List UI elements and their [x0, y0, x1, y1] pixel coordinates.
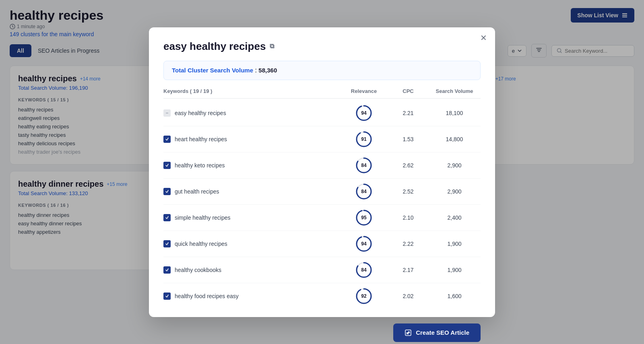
modal-dialog: ✕ easy healthy recipes ⧉ Total Cluster S…: [149, 27, 495, 317]
relevance-number: 91: [355, 130, 373, 148]
keyword-cell: gut health recipes: [163, 188, 340, 195]
relevance-cell: 94: [340, 235, 388, 253]
keyword-name: healthy keto recipes: [175, 162, 225, 169]
cpc-cell: 2.10: [388, 214, 428, 221]
create-seo-button[interactable]: Create SEO Article: [393, 323, 481, 342]
keyword-cell: quick healthy recipes: [163, 240, 340, 247]
total-volume-label: Total Cluster Search Volume: [172, 67, 253, 74]
keyword-cell: simple healthy recipes: [163, 214, 340, 221]
cpc-header: CPC: [388, 88, 428, 94]
relevance-cell: 91: [340, 130, 388, 148]
checkbox-checked[interactable]: [163, 162, 171, 169]
volume-cell: 2,900: [428, 162, 481, 169]
keyword-rows-container: easy healthy recipes 94 2.21 18,100 hear: [163, 100, 481, 309]
checkbox-checked[interactable]: [163, 214, 171, 221]
keyword-cell: heart healthy recipes: [163, 136, 340, 143]
modal-title-section: easy healthy recipes ⧉: [163, 40, 481, 53]
volume-cell: 2,900: [428, 188, 481, 195]
copy-icon[interactable]: ⧉: [270, 43, 274, 50]
volume-cell: 1,900: [428, 241, 481, 247]
relevance-number: 94: [355, 104, 373, 122]
relevance-number: 95: [355, 209, 373, 227]
checkbox-checked[interactable]: [163, 136, 171, 143]
relevance-circle: 84: [355, 183, 373, 200]
total-volume-separator: :: [255, 67, 256, 74]
relevance-number: 92: [355, 287, 373, 305]
relevance-number: 84: [355, 157, 373, 174]
relevance-circle: 91: [355, 130, 373, 148]
cpc-cell: 2.22: [388, 241, 428, 247]
table-row[interactable]: easy healthy recipes 94 2.21 18,100: [163, 100, 481, 126]
table-row[interactable]: healthy food recipes easy 92 2.02 1,600: [163, 283, 481, 309]
checkbox-disabled: [163, 109, 171, 117]
relevance-number: 94: [355, 235, 373, 253]
volume-cell: 2,400: [428, 214, 481, 221]
relevance-circle: 94: [355, 104, 373, 122]
checkbox-checked[interactable]: [163, 240, 171, 247]
keyword-name: easy healthy recipes: [175, 110, 226, 116]
relevance-circle: 92: [355, 287, 373, 305]
volume-cell: 18,100: [428, 110, 481, 116]
volume-header: Search Volume: [428, 88, 481, 94]
keyword-name: heart healthy recipes: [175, 136, 227, 142]
checkbox-checked[interactable]: [163, 266, 171, 274]
volume-cell: 14,800: [428, 136, 481, 142]
table-row[interactable]: healthy cookbooks 84 2.17 1,900: [163, 257, 481, 283]
relevance-circle: 84: [355, 157, 373, 174]
keyword-name: quick healthy recipes: [175, 241, 227, 247]
relevance-circle: 94: [355, 235, 373, 253]
modal-footer: Create SEO Article: [163, 317, 481, 342]
cpc-cell: 2.52: [388, 188, 428, 195]
keyword-name: gut health recipes: [175, 188, 219, 195]
volume-cell: 1,600: [428, 293, 481, 299]
table-row[interactable]: healthy keto recipes 84 2.62 2,900: [163, 152, 481, 179]
total-volume-bar: Total Cluster Search Volume : 58,360: [163, 61, 481, 80]
cpc-cell: 1.53: [388, 136, 428, 142]
modal-title-text: easy healthy recipes: [163, 40, 266, 53]
total-volume-value: 58,360: [258, 67, 277, 74]
relevance-header: Relevance: [340, 88, 388, 94]
keyword-cell: easy healthy recipes: [163, 109, 340, 117]
volume-cell: 1,900: [428, 267, 481, 273]
checkbox-checked[interactable]: [163, 188, 171, 195]
modal-close-button[interactable]: ✕: [480, 34, 487, 42]
keywords-header: Keywords ( 19 / 19 ): [163, 88, 340, 94]
table-header: Keywords ( 19 / 19 ) Relevance CPC Searc…: [163, 88, 481, 99]
cpc-cell: 2.17: [388, 267, 428, 273]
relevance-cell: 95: [340, 209, 388, 227]
create-seo-label: Create SEO Article: [416, 329, 469, 336]
keyword-cell: healthy cookbooks: [163, 266, 340, 274]
relevance-number: 84: [355, 183, 373, 200]
relevance-cell: 84: [340, 183, 388, 200]
keyword-name: simple healthy recipes: [175, 214, 231, 221]
relevance-cell: 84: [340, 261, 388, 279]
keyword-name: healthy food recipes easy: [175, 293, 239, 299]
table-row[interactable]: simple healthy recipes 95 2.10 2,400: [163, 205, 481, 231]
relevance-circle: 95: [355, 209, 373, 227]
relevance-cell: 92: [340, 287, 388, 305]
cpc-cell: 2.02: [388, 293, 428, 299]
keywords-table: Keywords ( 19 / 19 ) Relevance CPC Searc…: [163, 88, 481, 309]
relevance-circle: 84: [355, 261, 373, 279]
edit-icon: [405, 329, 412, 336]
cpc-cell: 2.62: [388, 162, 428, 169]
keyword-cell: healthy keto recipes: [163, 162, 340, 169]
modal-overlay: ✕ easy healthy recipes ⧉ Total Cluster S…: [0, 0, 644, 344]
table-row[interactable]: heart healthy recipes 91 1.53 14,800: [163, 126, 481, 152]
table-row[interactable]: quick healthy recipes 94 2.22 1,900: [163, 231, 481, 257]
keyword-cell: healthy food recipes easy: [163, 293, 340, 300]
relevance-cell: 94: [340, 104, 388, 122]
keyword-name: healthy cookbooks: [175, 267, 221, 273]
checkbox-checked[interactable]: [163, 293, 171, 300]
table-row[interactable]: gut health recipes 84 2.52 2,900: [163, 179, 481, 205]
cpc-cell: 2.21: [388, 110, 428, 116]
relevance-number: 84: [355, 261, 373, 279]
relevance-cell: 84: [340, 157, 388, 174]
